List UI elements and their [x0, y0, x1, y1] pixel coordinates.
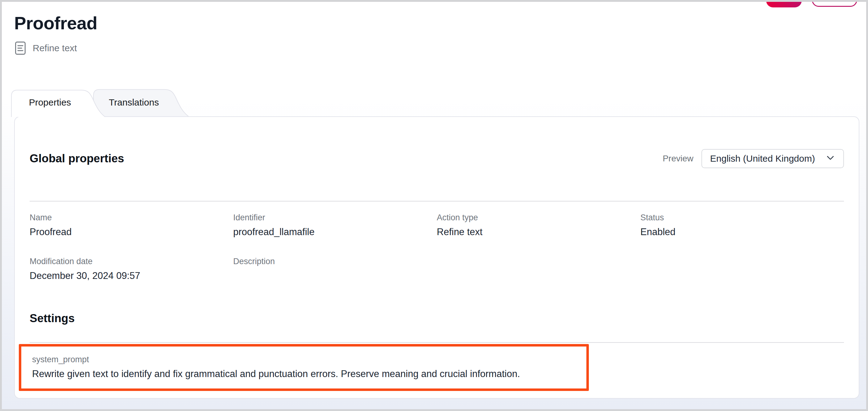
language-select-value: English (United Kingdom) [710, 153, 815, 164]
field-description: Description [233, 256, 437, 282]
tab-properties-label: Properties [11, 97, 89, 108]
chevron-down-icon [826, 153, 835, 165]
field-label: Identifier [233, 212, 437, 223]
global-properties-heading: Global properties [30, 152, 124, 165]
properties-panel: Global properties Preview English (Unite… [14, 116, 859, 399]
document-icon [15, 41, 26, 55]
system-prompt-label: system_prompt [32, 354, 577, 365]
divider [30, 342, 844, 343]
page-title: Proofread [14, 12, 97, 34]
system-prompt-highlight-annotation: system_prompt Rewrite given text to iden… [19, 344, 589, 391]
field-name: Name Proofread [30, 212, 233, 238]
field-status: Status Enabled [640, 212, 844, 238]
field-value: Refine text [437, 226, 640, 238]
action-type-subtitle: Refine text [15, 41, 77, 55]
field-label: Modification date [30, 256, 233, 267]
field-label: Description [233, 256, 437, 267]
field-label: Name [30, 212, 233, 223]
page-root: Proofread Refine text Properties Transla… [0, 0, 868, 411]
tab-properties[interactable]: Properties [11, 89, 116, 117]
divider [30, 201, 844, 202]
settings-heading: Settings [30, 312, 844, 325]
secondary-action-button-cropped[interactable] [812, 0, 857, 7]
field-value: Proofread [30, 226, 233, 238]
field-label: Status [640, 212, 844, 223]
field-value: Enabled [640, 226, 844, 238]
field-value: December 30, 2024 09:57 [30, 269, 233, 282]
field-action-type: Action type Refine text [437, 212, 640, 238]
field-label: Action type [437, 212, 640, 223]
preview-label: Preview [662, 154, 693, 164]
language-select[interactable]: English (United Kingdom) [702, 149, 844, 168]
preview-control: Preview English (United Kingdom) [662, 149, 844, 168]
field-modification-date: Modification date December 30, 2024 09:5… [30, 256, 233, 282]
global-properties-header: Global properties Preview English (Unite… [30, 149, 844, 168]
global-properties-grid: Name Proofread Identifier proofread_llam… [30, 212, 844, 282]
field-value: proofread_llamafile [233, 226, 437, 238]
subtitle-label: Refine text [33, 43, 77, 53]
system-prompt-value: Rewrite given text to identify and fix g… [32, 368, 577, 380]
primary-action-button-cropped[interactable] [766, 0, 802, 7]
field-identifier: Identifier proofread_llamafile [233, 212, 437, 238]
